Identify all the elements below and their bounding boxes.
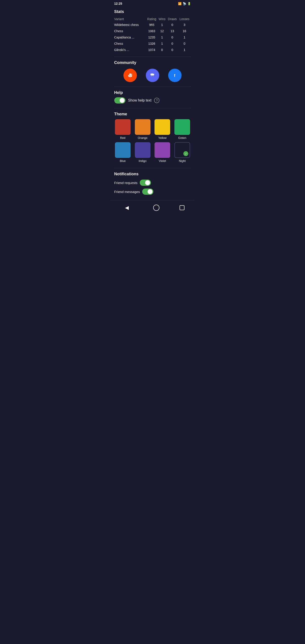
friend-requests-slider — [140, 180, 151, 186]
theme-label-blue: Blue — [120, 159, 126, 162]
help-question-icon[interactable]: ? — [154, 98, 160, 103]
svg-point-11 — [153, 75, 154, 76]
theme-item-night[interactable]: ✓Night — [174, 142, 191, 162]
theme-item-red[interactable]: Red — [114, 119, 132, 140]
notifications-row: Friend requests Friend messages — [114, 180, 191, 195]
col-losses: Losses — [178, 16, 191, 22]
svg-point-4 — [130, 73, 131, 75]
theme-color-orange — [135, 119, 150, 135]
nav-bar: ◀ — [111, 200, 194, 215]
friend-requests-toggle[interactable] — [140, 180, 151, 186]
theme-label-indigo: Indigo — [139, 159, 146, 162]
notifications-section: Notifications Friend requests Friend mes… — [114, 172, 191, 195]
table-row: Glinski's ...1074001 — [114, 47, 191, 53]
community-icons-row: f — [114, 69, 191, 82]
divider-after-help — [114, 108, 191, 108]
theme-color-night: ✓ — [174, 142, 190, 158]
table-row: Chess1083121316 — [114, 28, 191, 34]
signal-icon: 📡 — [183, 2, 186, 5]
theme-grid: RedOrangeYellowGreenBlueIndigoViolet✓Nig… — [114, 119, 191, 162]
col-wins: Wins — [158, 16, 166, 22]
friend-messages-item: Friend messages — [114, 188, 154, 195]
theme-label-night: Night — [179, 159, 186, 162]
stats-section-title: Stats — [114, 10, 191, 14]
svg-point-10 — [152, 75, 152, 76]
svg-point-8 — [130, 75, 131, 76]
theme-item-indigo[interactable]: Indigo — [134, 142, 151, 162]
theme-item-green[interactable]: Green — [174, 119, 191, 140]
friend-requests-item: Friend requests — [114, 180, 151, 186]
community-section: Community — [114, 60, 191, 82]
community-section-title: Community — [114, 60, 191, 65]
divider-after-stats — [114, 56, 191, 57]
theme-item-yellow[interactable]: Yellow — [154, 119, 171, 140]
battery-icon: 🔋 — [188, 2, 191, 5]
stats-header: Variant Rating Wins Draws Losses — [114, 16, 191, 22]
theme-item-orange[interactable]: Orange — [134, 119, 151, 140]
svg-line-6 — [131, 74, 132, 74]
reddit-button[interactable] — [124, 69, 137, 82]
toggle-slider — [114, 97, 126, 104]
theme-color-violet — [154, 142, 170, 158]
friend-messages-toggle[interactable] — [142, 188, 154, 195]
theme-label-green: Green — [178, 136, 186, 140]
stats-body: Wildebeest chess965103Chess1083121316Cap… — [114, 22, 191, 53]
theme-section: Theme RedOrangeYellowGreenBlueIndigoViol… — [114, 112, 191, 162]
facebook-button[interactable]: f — [168, 69, 182, 82]
table-row: Capablanca ...1235101 — [114, 34, 191, 40]
theme-item-violet[interactable]: Violet — [154, 142, 171, 162]
table-row: Chess1326100 — [114, 40, 191, 47]
table-row: Wildebeest chess965103 — [114, 22, 191, 28]
show-help-toggle[interactable] — [114, 97, 126, 104]
nav-recent-button[interactable] — [180, 205, 184, 210]
svg-point-7 — [129, 75, 130, 76]
theme-color-blue — [115, 142, 130, 158]
theme-color-yellow — [154, 119, 170, 135]
divider-after-theme — [114, 168, 191, 168]
col-rating: Rating — [146, 16, 158, 22]
col-draws: Draws — [166, 16, 178, 22]
status-bar: 12:25 📶 📡 🔋 — [111, 0, 194, 7]
theme-label-red: Red — [120, 136, 126, 140]
col-variant: Variant — [114, 16, 146, 22]
wifi-icon: 📶 — [178, 2, 182, 5]
theme-item-blue[interactable]: Blue — [114, 142, 132, 162]
stats-table: Variant Rating Wins Draws Losses Wildebe… — [114, 16, 191, 53]
theme-color-red — [115, 119, 130, 135]
page-content: Stats Variant Rating Wins Draws Losses W… — [111, 10, 194, 195]
friend-messages-slider — [142, 188, 154, 195]
help-section: Help Show help text ? — [114, 90, 191, 104]
status-icons: 📶 📡 🔋 — [178, 2, 191, 5]
nav-back-button[interactable]: ◀ — [120, 203, 133, 212]
theme-color-indigo — [135, 142, 150, 158]
notifications-section-title: Notifications — [114, 172, 191, 176]
theme-label-violet: Violet — [159, 159, 166, 162]
status-time: 12:25 — [114, 2, 122, 5]
theme-label-orange: Orange — [138, 136, 147, 140]
nav-home-button[interactable] — [153, 204, 160, 211]
theme-selected-check: ✓ — [183, 151, 188, 156]
help-section-title: Help — [114, 90, 191, 95]
help-row: Show help text ? — [114, 97, 191, 104]
friend-requests-label: Friend requests — [114, 181, 138, 185]
discord-button[interactable] — [146, 69, 159, 82]
theme-color-green — [174, 119, 190, 135]
theme-section-title: Theme — [114, 112, 191, 116]
friend-messages-label: Friend messages — [114, 190, 140, 194]
svg-text:f: f — [174, 73, 176, 78]
show-help-text-label: Show help text — [128, 98, 152, 102]
theme-label-yellow: Yellow — [158, 136, 166, 140]
divider-after-community — [114, 86, 191, 87]
